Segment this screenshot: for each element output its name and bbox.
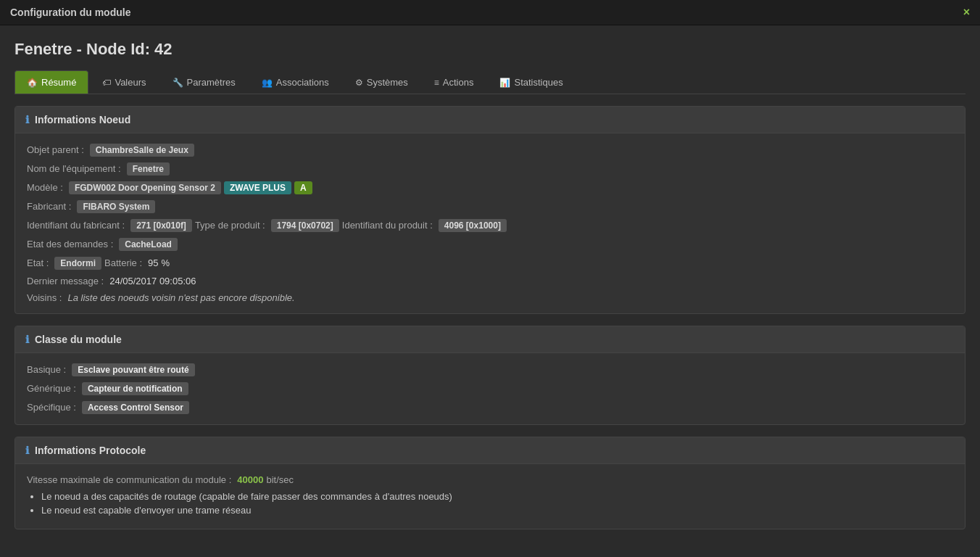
label-identifiant-fabricant: Identifiant du fabricant : [27, 220, 125, 231]
label-objet-parent: Objet parent : [27, 144, 84, 155]
label-modele: Modèle : [27, 182, 63, 193]
row-objet-parent: Objet parent : ChambreSalle de Jeux [27, 144, 953, 157]
value-etat-demandes: CacheLoad [119, 238, 178, 251]
row-fabricant: Fabricant : FIBARO System [27, 200, 953, 213]
tab-label-systemes: Systèmes [367, 77, 408, 88]
value-voisins: La liste des noeuds voisin n'est pas enc… [67, 292, 294, 303]
label-nom-equipement: Nom de l'équipement : [27, 163, 121, 174]
label-fabricant: Fabricant : [27, 201, 71, 212]
tab-icon-valeurs: 🏷 [102, 78, 111, 88]
section-classe-title: Classe du module [35, 334, 122, 345]
row-ids: Identifiant du fabricant : 271 [0x010f] … [27, 219, 953, 232]
bullet-item: Le noeud est capable d'envoyer une trame… [41, 505, 953, 516]
section-classe-module: ℹ Classe du module Basique : Esclave pou… [14, 326, 966, 425]
label-basique: Basique : [27, 364, 66, 375]
protocole-bullets: Le noeud a des capacités de routage (cap… [27, 491, 953, 516]
tab-actions[interactable]: ≡Actions [422, 70, 486, 94]
section-classe-header: ℹ Classe du module [15, 326, 965, 353]
row-vitesse: Vitesse maximale de communication du mod… [27, 474, 953, 485]
tab-associations[interactable]: 👥Associations [249, 70, 341, 94]
badge-a: A [294, 181, 312, 194]
row-nom-equipement: Nom de l'équipement : Fenetre [27, 162, 953, 176]
page-title: Fenetre - Node Id: 42 [14, 40, 966, 59]
tab-icon-resume: 🏠 [27, 78, 38, 88]
value-generique: Capteur de notification [82, 382, 188, 395]
label-etat: Etat : [27, 257, 49, 268]
row-generique: Générique : Capteur de notification [27, 382, 953, 395]
tab-icon-statistiques: 📊 [499, 78, 510, 88]
section-informations-protocole: ℹ Informations Protocole Vitesse maximal… [14, 437, 966, 529]
tab-label-actions: Actions [443, 77, 474, 88]
label-voisins: Voisins : [27, 292, 62, 303]
section-noeud-body: Objet parent : ChambreSalle de Jeux Nom … [15, 133, 965, 313]
tab-label-parametres: Paramètres [187, 77, 236, 88]
value-nom-equipement: Fenetre [127, 162, 170, 176]
row-specifique: Spécifique : Access Control Sensor [27, 401, 953, 414]
tab-systemes[interactable]: ⚙Systèmes [343, 70, 420, 94]
info-icon-protocole: ℹ [25, 445, 29, 456]
label-etat-demandes: Etat des demandes : [27, 239, 113, 249]
value-type-produit: 1794 [0x0702] [271, 219, 339, 232]
value-identifiant-produit: 4096 [0x1000] [439, 219, 507, 232]
unit-vitesse: bit/sec [266, 474, 294, 485]
label-specifique: Spécifique : [27, 402, 76, 413]
close-button[interactable]: × [963, 6, 970, 19]
info-icon: ℹ [25, 114, 29, 125]
label-generique: Générique : [27, 383, 76, 394]
section-informations-noeud: ℹ Informations Noeud Objet parent : Cham… [14, 106, 966, 314]
title-bar: Configuration du module × [0, 0, 980, 25]
window-title: Configuration du module [10, 7, 130, 18]
value-specifique: Access Control Sensor [82, 401, 189, 414]
main-content: Fenetre - Node Id: 42 🏠Résumé🏷Valeurs🔧Pa… [0, 25, 980, 544]
row-etat-batterie: Etat : Endormi Batterie : 95 % [27, 257, 953, 270]
tabs-bar: 🏠Résumé🏷Valeurs🔧Paramètres👥Associations⚙… [14, 70, 966, 94]
unit-batterie: % [162, 257, 170, 268]
section-classe-body: Basique : Esclave pouvant être routé Gén… [15, 353, 965, 424]
bullet-item: Le noeud a des capacités de routage (cap… [41, 491, 953, 502]
row-voisins: Voisins : La liste des noeuds voisin n'e… [27, 292, 953, 303]
label-batterie: Batterie : [104, 257, 142, 268]
value-objet-parent: ChambreSalle de Jeux [90, 144, 194, 157]
tab-statistiques[interactable]: 📊Statistiques [487, 70, 575, 94]
section-protocole-title: Informations Protocole [35, 445, 146, 456]
tab-icon-actions: ≡ [434, 78, 439, 88]
value-identifiant-fabricant: 271 [0x010f] [130, 219, 192, 232]
tab-valeurs[interactable]: 🏷Valeurs [90, 70, 158, 94]
value-modele: FGDW002 Door Opening Sensor 2 [69, 181, 221, 194]
tab-icon-systemes: ⚙ [355, 78, 363, 88]
label-vitesse: Vitesse maximale de communication du mod… [27, 474, 231, 485]
value-fabricant: FIBARO System [77, 200, 155, 213]
section-protocole-header: ℹ Informations Protocole [15, 437, 965, 464]
badge-zwave-plus: ZWAVE PLUS [224, 181, 291, 194]
row-modele: Modèle : FGDW002 Door Opening Sensor 2 Z… [27, 181, 953, 194]
tab-parametres[interactable]: 🔧Paramètres [160, 70, 248, 94]
value-etat: Endormi [54, 257, 101, 270]
section-protocole-body: Vitesse maximale de communication du mod… [15, 464, 965, 529]
tab-icon-associations: 👥 [262, 78, 273, 88]
section-noeud-title: Informations Noeud [35, 114, 130, 125]
label-type-produit: Type de produit : [195, 220, 265, 231]
row-basique: Basique : Esclave pouvant être routé [27, 363, 953, 376]
value-vitesse: 40000 [237, 474, 263, 485]
tab-label-resume: Résumé [41, 77, 76, 88]
value-basique: Esclave pouvant être routé [72, 363, 194, 376]
row-dernier-message: Dernier message : 24/05/2017 09:05:06 [27, 276, 953, 286]
tab-label-statistiques: Statistiques [514, 77, 562, 88]
tab-label-associations: Associations [276, 77, 329, 88]
tab-resume[interactable]: 🏠Résumé [14, 70, 88, 94]
info-icon-classe: ℹ [25, 334, 29, 345]
row-etat-demandes: Etat des demandes : CacheLoad [27, 238, 953, 251]
value-dernier-message: 24/05/2017 09:05:06 [109, 276, 196, 286]
value-batterie: 95 [148, 257, 158, 268]
label-identifiant-produit: Identifiant du produit : [342, 220, 433, 231]
label-dernier-message: Dernier message : [27, 276, 104, 286]
section-noeud-header: ℹ Informations Noeud [15, 107, 965, 133]
tab-label-valeurs: Valeurs [115, 77, 146, 88]
tab-icon-parametres: 🔧 [173, 78, 183, 88]
